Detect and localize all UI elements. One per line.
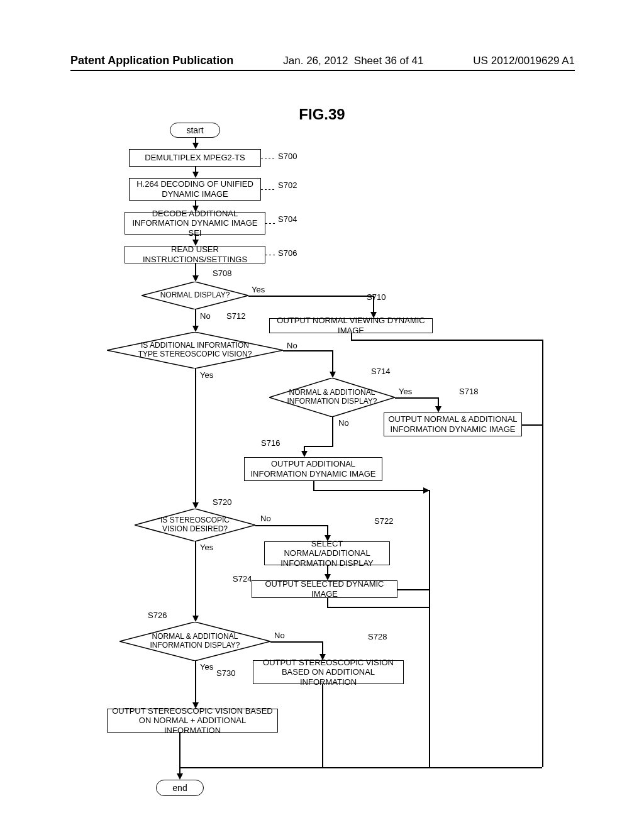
process-s702-text: H.264 DECODING OF UNIFIED DYNAMIC IMAGE bbox=[133, 179, 257, 199]
step-label-s702: S702 bbox=[278, 180, 297, 190]
terminator-start: start bbox=[170, 123, 220, 138]
decision-s712: IS ADDITIONAL INFORMATION TYPE STEREOSCO… bbox=[107, 332, 283, 368]
process-s724-text: OUTPUT SELECTED DYNAMIC IMAGE bbox=[256, 579, 393, 599]
header-date-sheet: Jan. 26, 2012 Sheet 36 of 41 bbox=[283, 55, 423, 67]
header-date: Jan. 26, 2012 bbox=[283, 55, 348, 67]
page: Patent Application Publication Jan. 26, … bbox=[0, 0, 644, 830]
process-s700-text: DEMULTIPLEX MPEG2-TS bbox=[145, 153, 245, 163]
yes-label-4: Yes bbox=[200, 543, 213, 552]
decision-s726-text: NORMAL & ADDITIONAL INFORMATION DISPLAY? bbox=[141, 633, 249, 650]
no-label-3: No bbox=[338, 418, 349, 428]
process-s704-text: DECODE ADDITIONAL INFORMATION DYNAMIC IM… bbox=[129, 209, 261, 238]
step-label-s728: S728 bbox=[368, 632, 387, 641]
process-s722-text: SELECT NORMAL/ADDITIONAL INFORMATION DIS… bbox=[269, 539, 386, 568]
process-s724: OUTPUT SELECTED DYNAMIC IMAGE bbox=[252, 580, 397, 598]
process-s702: H.264 DECODING OF UNIFIED DYNAMIC IMAGE bbox=[129, 178, 261, 201]
process-s730: OUTPUT STEREOSCOPIC VISION BASED ON NORM… bbox=[107, 709, 278, 733]
step-label-s716: S716 bbox=[261, 438, 280, 448]
terminator-start-text: start bbox=[186, 125, 203, 135]
process-s710-text: OUTPUT NORMAL VIEWING DYNAMIC IMAGE bbox=[274, 316, 428, 335]
step-label-s712: S712 bbox=[226, 311, 245, 321]
header-sheet: Sheet 36 of 41 bbox=[354, 55, 424, 67]
process-s706-text: READ USER INSTRUCTIONS/SETTINGS bbox=[129, 245, 261, 264]
step-label-s714: S714 bbox=[371, 367, 390, 376]
step-label-s700: S700 bbox=[278, 152, 297, 161]
step-label-s708: S708 bbox=[213, 268, 231, 278]
yes-label-3: Yes bbox=[399, 387, 412, 396]
yes-label: Yes bbox=[252, 285, 265, 294]
step-label-s722: S722 bbox=[374, 516, 393, 526]
process-s704: DECODE ADDITIONAL INFORMATION DYNAMIC IM… bbox=[125, 212, 265, 235]
decision-s720-text: IS STEREOSCOPIC VISION DESIRED? bbox=[151, 516, 239, 534]
process-s710: OUTPUT NORMAL VIEWING DYNAMIC IMAGE bbox=[269, 318, 433, 333]
step-label-s706: S706 bbox=[278, 248, 297, 258]
process-s700: DEMULTIPLEX MPEG2-TS bbox=[129, 149, 261, 167]
process-s728: OUTPUT STEREOSCOPIC VISION BASED ON ADDI… bbox=[253, 660, 404, 684]
page-header: Patent Application Publication Jan. 26, … bbox=[70, 54, 575, 71]
process-s718: OUTPUT NORMAL & ADDITIONAL INFORMATION D… bbox=[384, 412, 522, 436]
step-label-s704: S704 bbox=[278, 214, 297, 224]
step-label-s718: S718 bbox=[459, 387, 478, 396]
terminator-end: end bbox=[156, 780, 204, 796]
decision-s720: IS STEREOSCOPIC VISION DESIRED? bbox=[135, 509, 255, 541]
decision-s708: NORMAL DISPLAY? bbox=[142, 282, 248, 309]
process-s706: READ USER INSTRUCTIONS/SETTINGS bbox=[125, 246, 265, 263]
no-label-4: No bbox=[260, 514, 271, 523]
step-label-s720: S720 bbox=[213, 497, 231, 507]
process-s722: SELECT NORMAL/ADDITIONAL INFORMATION DIS… bbox=[264, 541, 390, 565]
process-s728-text: OUTPUT STEREOSCOPIC VISION BASED ON ADDI… bbox=[257, 658, 399, 687]
header-left: Patent Application Publication bbox=[70, 54, 233, 67]
terminator-end-text: end bbox=[172, 783, 187, 793]
decision-s714-text: NORMAL & ADDITIONAL INFORMATION DISPLAY? bbox=[283, 389, 381, 406]
process-s718-text: OUTPUT NORMAL & ADDITIONAL INFORMATION D… bbox=[388, 414, 518, 434]
process-s716: OUTPUT ADDITIONAL INFORMATION DYNAMIC IM… bbox=[244, 457, 382, 481]
no-label-2: No bbox=[287, 341, 297, 350]
process-s730-text: OUTPUT STEREOSCOPIC VISION BASED ON NORM… bbox=[111, 706, 274, 736]
decision-s714: NORMAL & ADDITIONAL INFORMATION DISPLAY? bbox=[269, 378, 395, 417]
header-pubno: US 2012/0019629 A1 bbox=[473, 55, 575, 67]
yes-label-5: Yes bbox=[200, 662, 213, 672]
figure-title: FIG.39 bbox=[0, 106, 644, 123]
no-label-5: No bbox=[274, 631, 285, 640]
yes-label-2: Yes bbox=[200, 370, 213, 380]
flowchart: start DEMULTIPLEX MPEG2-TS S700 H.264 DE… bbox=[107, 123, 553, 808]
step-label-s730: S730 bbox=[216, 668, 235, 678]
step-label-s710: S710 bbox=[367, 292, 386, 302]
decision-s708-text: NORMAL DISPLAY? bbox=[160, 291, 230, 300]
process-s716-text: OUTPUT ADDITIONAL INFORMATION DYNAMIC IM… bbox=[248, 459, 378, 479]
step-label-s724: S724 bbox=[233, 574, 252, 584]
no-label: No bbox=[200, 311, 211, 321]
step-label-s726: S726 bbox=[148, 611, 167, 620]
decision-s726: NORMAL & ADDITIONAL INFORMATION DISPLAY? bbox=[119, 622, 270, 661]
decision-s712-text: IS ADDITIONAL INFORMATION TYPE STEREOSCO… bbox=[133, 341, 257, 359]
